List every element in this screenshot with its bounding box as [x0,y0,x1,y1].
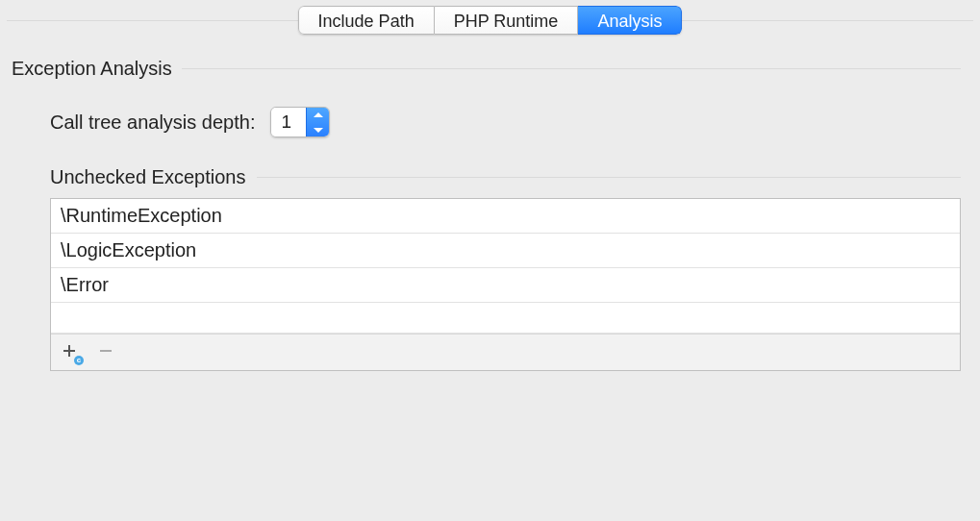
tab-label: Analysis [597,12,662,32]
svg-rect-1 [63,350,75,352]
tab-analysis[interactable]: Analysis [578,6,682,35]
tab-include-path[interactable]: Include Path [298,6,435,35]
tab-label: Include Path [318,12,415,32]
tab-php-runtime[interactable]: PHP Runtime [435,6,579,35]
tab-label: PHP Runtime [454,12,559,32]
add-badge: c [74,356,84,365]
tabs-container: Include Path PHP Runtime Analysis [0,6,980,35]
minus-icon [99,342,113,362]
add-button[interactable]: c [59,342,80,363]
svg-rect-2 [100,350,112,352]
segmented-control: Include Path PHP Runtime Analysis [298,6,683,35]
analysis-panel [7,20,973,521]
remove-button[interactable] [95,342,116,363]
